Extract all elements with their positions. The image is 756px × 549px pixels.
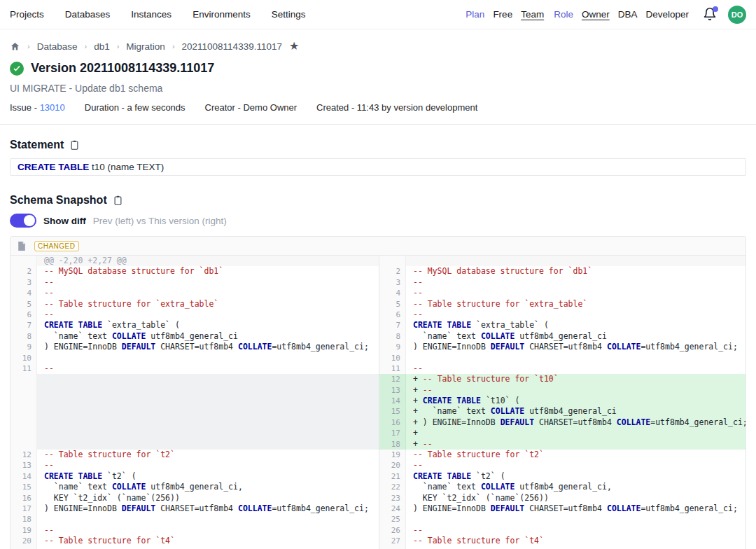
code-line: ) ENGINE=InnoDB DEFAULT CHARSET=utf8mb4 … bbox=[406, 503, 746, 514]
nav-value-free[interactable]: Free bbox=[493, 9, 512, 20]
nav-value-team[interactable]: Team bbox=[521, 9, 544, 20]
code-line: `name` text COLLATE utf8mb4_general_ci, bbox=[406, 482, 746, 492]
code-segment: + ) ENGINE=InnoDB bbox=[413, 417, 500, 427]
nav-item-instances[interactable]: Instances bbox=[131, 9, 172, 20]
nav-item-projects[interactable]: Projects bbox=[10, 9, 44, 20]
code-line bbox=[37, 439, 379, 450]
code-line: `name` text COLLATE utf8mb4_general_ci bbox=[406, 331, 746, 342]
code-segment: -- bbox=[423, 439, 433, 449]
code-line: -- bbox=[37, 460, 379, 471]
code-segment: t10 (name TEXT) bbox=[89, 162, 164, 172]
code-segment: `name` text bbox=[44, 331, 112, 341]
issue-link[interactable]: 13010 bbox=[40, 102, 65, 113]
avatar[interactable]: DO bbox=[728, 6, 746, 24]
line-number bbox=[379, 256, 406, 266]
notification-bell-icon[interactable] bbox=[703, 7, 718, 22]
line-number: 25 bbox=[379, 514, 406, 524]
line-number: 16 bbox=[10, 493, 37, 503]
nav-item-settings[interactable]: Settings bbox=[272, 9, 306, 20]
diff-right-side: 24) ENGINE=InnoDB DEFAULT CHARSET=utf8mb… bbox=[379, 503, 746, 514]
code-segment: `name` text bbox=[44, 482, 112, 492]
top-nav: ProjectsDatabasesInstancesEnvironmentsSe… bbox=[0, 0, 756, 29]
diff-row: 15+ `name` text COLLATE utf8mb4_general_… bbox=[10, 406, 746, 417]
snapshot-section-heading: Schema Snapshot bbox=[10, 194, 746, 207]
show-diff-toggle[interactable] bbox=[10, 214, 36, 228]
nav-value-owner[interactable]: Owner bbox=[582, 9, 610, 20]
code-segment: KEY `t2_idx` (`name`(256)) bbox=[44, 493, 180, 503]
breadcrumb-item-3[interactable]: Migration bbox=[126, 41, 165, 52]
home-icon[interactable] bbox=[10, 41, 20, 52]
code-segment: -- Table structure for `t2` bbox=[44, 450, 175, 459]
code-line: -- Table structure for `t2` bbox=[406, 450, 746, 460]
line-number: 4 bbox=[10, 288, 37, 298]
diff-left-side: 14CREATE TABLE `t2` ( bbox=[10, 471, 379, 482]
line-number: 14 bbox=[379, 396, 406, 406]
star-icon[interactable]: ★ bbox=[289, 41, 299, 52]
line-number: 21 bbox=[379, 471, 406, 482]
nav-value-developer[interactable]: Developer bbox=[645, 9, 689, 20]
show-diff-label: Show diff bbox=[43, 216, 86, 226]
code-line: -- bbox=[37, 363, 379, 374]
line-number: 10 bbox=[10, 353, 37, 363]
code-line: `name` text COLLATE utf8mb4_general_ci, bbox=[37, 482, 379, 492]
line-number: 10 bbox=[379, 353, 406, 363]
breadcrumb-item-2[interactable]: db1 bbox=[94, 41, 110, 52]
diff-left-side bbox=[10, 406, 379, 417]
diff-right-side: 26-- bbox=[379, 525, 746, 536]
main-menu: ProjectsDatabasesInstancesEnvironmentsSe… bbox=[10, 9, 305, 20]
copy-statement-icon[interactable] bbox=[69, 139, 80, 151]
code-line bbox=[37, 396, 379, 406]
code-line: -- bbox=[37, 288, 379, 298]
diff-right-side: 27-- Table structure for `t4` bbox=[379, 536, 746, 546]
diff-right-side: 16+ ) ENGINE=InnoDB DEFAULT CHARSET=utf8… bbox=[379, 417, 746, 428]
diff-left-side: 7CREATE TABLE `extra_table` ( bbox=[10, 320, 379, 331]
diff-left-side: 13-- bbox=[10, 460, 379, 471]
line-number: 6 bbox=[10, 310, 37, 320]
nav-item-databases[interactable]: Databases bbox=[65, 9, 111, 20]
line-number: 22 bbox=[379, 482, 406, 492]
code-segment: CREATE TABLE bbox=[18, 162, 89, 172]
code-line bbox=[406, 256, 746, 266]
code-segment: `t2` ( bbox=[102, 471, 136, 481]
code-line: -- bbox=[406, 460, 746, 471]
line-number: 18 bbox=[10, 514, 37, 524]
code-line: ) ENGINE=InnoDB DEFAULT CHARSET=utf8mb4 … bbox=[406, 342, 746, 352]
line-number: 16 bbox=[379, 417, 406, 428]
copy-snapshot-icon[interactable] bbox=[113, 195, 123, 206]
code-segment: -- Table structure for `t2` bbox=[413, 450, 544, 459]
line-number: 6 bbox=[379, 310, 406, 320]
breadcrumb-item-4[interactable]: 20211008114339.11017 bbox=[182, 41, 282, 52]
diff-body: @@ -2,20 +2,27 @@2-- MySQL database stru… bbox=[10, 256, 746, 549]
meta-item-4: Created - 11:43 by version development bbox=[316, 102, 477, 113]
code-line: ) ENGINE=InnoDB DEFAULT CHARSET=utf8mb4 … bbox=[37, 342, 379, 352]
diff-row: 20-- Table structure for `t4`27-- Table … bbox=[10, 536, 746, 546]
line-number: 15 bbox=[379, 406, 406, 417]
line-number: 19 bbox=[10, 525, 37, 536]
nav-item-environments[interactable]: Environments bbox=[192, 9, 251, 20]
code-line: + -- bbox=[406, 439, 746, 450]
code-segment: + `name` text bbox=[413, 406, 491, 416]
diff-right-side: 8 `name` text COLLATE utf8mb4_general_ci bbox=[379, 331, 746, 342]
code-line: -- bbox=[37, 277, 379, 288]
meta-text: Created - 11:43 by version development bbox=[316, 102, 477, 113]
code-line bbox=[37, 374, 379, 384]
diff-row: 14+ CREATE TABLE `t10` ( bbox=[10, 396, 746, 406]
code-line: + -- Table structure for `t10` bbox=[406, 374, 746, 384]
plan-values: FreeTeam bbox=[493, 9, 544, 20]
code-line: -- bbox=[406, 288, 746, 298]
breadcrumb-item-1[interactable]: Database bbox=[37, 41, 78, 52]
diff-right-side: 10 bbox=[379, 353, 746, 363]
code-segment: COLLATE bbox=[112, 331, 146, 341]
line-number: 3 bbox=[10, 277, 37, 288]
statement-code: CREATE TABLE t10 (name TEXT) bbox=[10, 158, 746, 176]
diff-row: 6--6-- bbox=[10, 310, 746, 320]
nav-value-dba[interactable]: DBA bbox=[618, 9, 638, 20]
code-line: ) ENGINE=InnoDB DEFAULT CHARSET=utf8mb4 … bbox=[37, 503, 379, 514]
code-line: -- bbox=[37, 525, 379, 536]
diff-row: 14CREATE TABLE `t2` (21CREATE TABLE `t2`… bbox=[10, 471, 746, 482]
code-line bbox=[37, 514, 379, 524]
role-label: Role bbox=[554, 9, 573, 20]
line-number: 27 bbox=[379, 536, 406, 546]
code-segment: -- Table structure for `t4` bbox=[413, 536, 544, 545]
role-values: OwnerDBADeveloper bbox=[582, 9, 689, 20]
